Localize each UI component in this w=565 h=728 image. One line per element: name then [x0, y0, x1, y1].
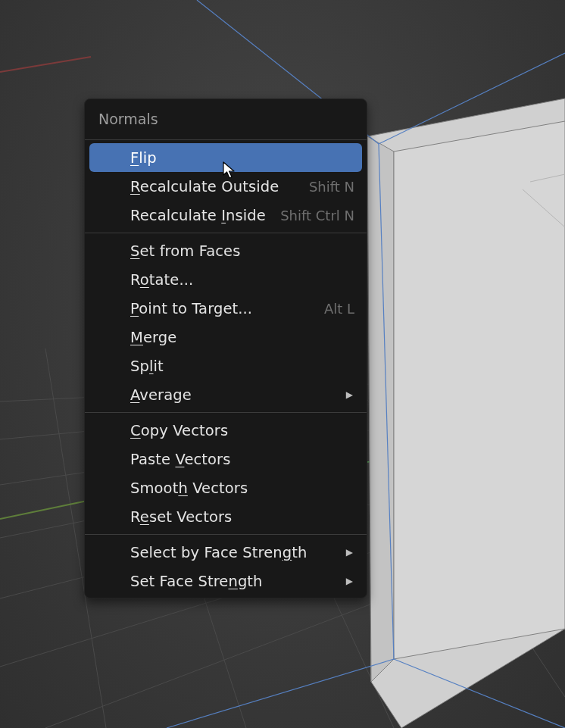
menu-item-label: Select by Face Strength: [130, 544, 307, 561]
menu-item-set-face-strength[interactable]: Set Face Strength ▶: [85, 567, 367, 595]
menu-item-select-by-face-strength[interactable]: Select by Face Strength ▶: [85, 538, 367, 567]
menu-item-smooth-vectors[interactable]: Smooth Vectors: [85, 473, 367, 502]
menu-item-average[interactable]: Average ▶: [85, 380, 367, 409]
menu-item-rotate[interactable]: Rotate...: [85, 265, 367, 294]
menu-separator: [85, 233, 367, 233]
svg-line-20: [167, 659, 394, 728]
menu-item-merge[interactable]: Merge: [85, 323, 367, 352]
menu-item-copy-vectors[interactable]: Copy Vectors: [85, 416, 367, 445]
menu-item-label: Flip: [130, 149, 157, 167]
submenu-arrow-icon: ▶: [346, 576, 353, 586]
menu-item-shortcut: Alt L: [324, 301, 354, 317]
menu-item-label: Paste Vectors: [130, 451, 230, 468]
menu-item-shortcut: Shift Ctrl N: [280, 208, 354, 223]
menu-item-label: Recalculate Outside: [130, 178, 279, 195]
menu-item-label: Split: [130, 358, 164, 375]
menu-separator: [85, 139, 367, 140]
menu-item-shortcut: Shift N: [309, 179, 354, 195]
submenu-arrow-icon: ▶: [346, 547, 353, 558]
menu-item-set-from-faces[interactable]: Set from Faces: [85, 236, 367, 265]
menu-separator: [85, 412, 367, 413]
menu-item-split[interactable]: Split: [85, 352, 367, 380]
menu-item-paste-vectors[interactable]: Paste Vectors: [85, 445, 367, 473]
menu-item-label: Set from Faces: [130, 242, 240, 260]
menu-item-label: Merge: [130, 329, 176, 346]
axis-y: [0, 500, 91, 519]
context-menu-normals: Normals Flip Recalculate Outside Shift N…: [84, 98, 367, 598]
submenu-arrow-icon: ▶: [346, 389, 353, 400]
menu-title: Normals: [85, 102, 367, 136]
menu-item-label: Point to Target...: [130, 300, 252, 317]
menu-item-label: Smooth Vectors: [130, 480, 248, 497]
svg-marker-13: [394, 121, 565, 659]
menu-item-label: Recalculate Inside: [130, 207, 266, 224]
menu-item-label: Rotate...: [130, 271, 193, 289]
menu-item-recalculate-outside[interactable]: Recalculate Outside Shift N: [85, 172, 367, 201]
menu-item-reset-vectors[interactable]: Reset Vectors: [85, 502, 367, 531]
menu-item-label: Copy Vectors: [130, 422, 228, 439]
menu-item-recalculate-inside[interactable]: Recalculate Inside Shift Ctrl N: [85, 201, 367, 230]
mesh-object: [367, 98, 565, 728]
axis-x: [0, 57, 91, 72]
menu-item-label: Average: [130, 386, 192, 404]
menu-separator: [85, 534, 367, 535]
menu-item-flip[interactable]: Flip: [89, 143, 362, 172]
menu-item-point-to-target[interactable]: Point to Target... Alt L: [85, 294, 367, 323]
menu-item-label: Reset Vectors: [130, 508, 232, 526]
menu-item-label: Set Face Strength: [130, 573, 263, 590]
